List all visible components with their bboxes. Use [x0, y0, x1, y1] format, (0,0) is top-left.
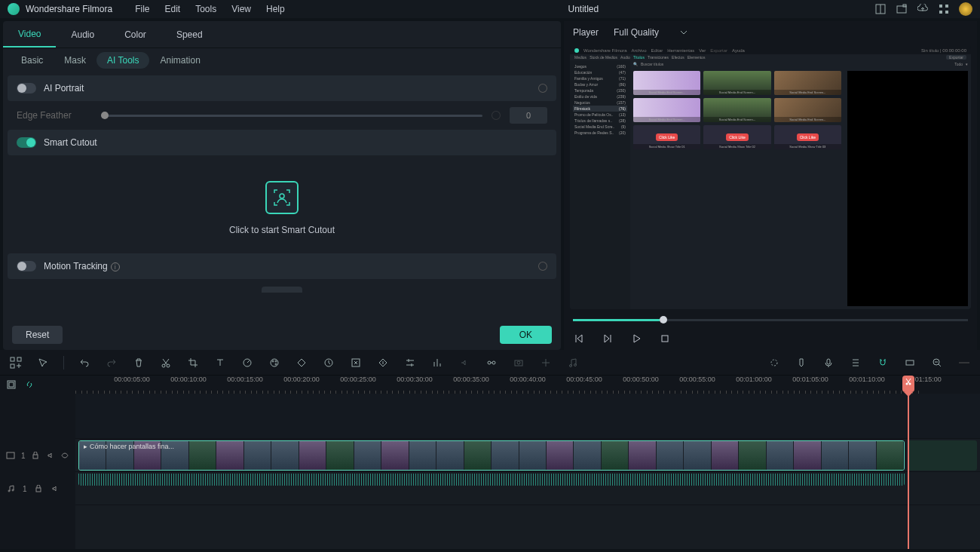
- ok-button[interactable]: OK: [500, 326, 552, 344]
- adjust-icon[interactable]: [403, 356, 417, 370]
- mute-icon[interactable]: [50, 483, 60, 494]
- redo-icon[interactable]: [105, 356, 118, 370]
- subtab-mask[interactable]: Mask: [54, 52, 96, 69]
- auto-reframe-icon[interactable]: [767, 356, 781, 370]
- svg-rect-5: [945, 5, 948, 8]
- edge-feather-label: Edge Feather: [17, 110, 92, 121]
- menu-view[interactable]: View: [224, 4, 259, 14]
- smart-cutout-toggle[interactable]: [17, 137, 36, 148]
- cloud-upload-icon[interactable]: [917, 3, 929, 15]
- video-clip-tail[interactable]: [908, 440, 977, 471]
- track-toggle-icon[interactable]: [6, 379, 17, 390]
- edge-feather-reset-icon[interactable]: [490, 109, 503, 122]
- mute-icon[interactable]: [46, 450, 54, 461]
- smart-cutout-icon: [265, 181, 299, 214]
- reset-button[interactable]: Reset: [12, 326, 63, 344]
- menu-file[interactable]: File: [127, 4, 157, 14]
- svg-point-23: [492, 361, 495, 364]
- tab-color[interactable]: Color: [109, 21, 161, 48]
- user-avatar[interactable]: [959, 2, 972, 16]
- ai-portrait-reset-icon[interactable]: [537, 82, 550, 95]
- split-icon[interactable]: [159, 356, 173, 370]
- playhead[interactable]: [908, 394, 909, 549]
- screenshot-icon[interactable]: [896, 3, 908, 15]
- menu-edit[interactable]: Edit: [158, 4, 188, 14]
- edge-feather-slider[interactable]: [101, 115, 482, 117]
- hide-icon[interactable]: [61, 450, 69, 461]
- motion-tracking-label: Motion Trackingi: [44, 261, 531, 271]
- svg-point-38: [12, 489, 14, 491]
- ai-portrait-row: AI Portrait: [8, 75, 556, 101]
- fit-icon[interactable]: [903, 356, 917, 370]
- svg-rect-39: [36, 488, 41, 492]
- svg-point-16: [271, 359, 278, 366]
- audio-track[interactable]: [75, 472, 980, 505]
- render-icon[interactable]: [376, 356, 390, 370]
- tab-speed[interactable]: Speed: [161, 21, 218, 48]
- step-forward-button[interactable]: [602, 333, 614, 345]
- video-clip[interactable]: ▸Cómo hacer pantallas fina...: [78, 440, 905, 471]
- document-title: Untitled: [292, 4, 874, 14]
- mic-icon[interactable]: [822, 356, 835, 370]
- smart-cutout-hint: Click to start Smart Cutout: [229, 225, 335, 235]
- marker-icon[interactable]: [322, 356, 335, 370]
- zoom-slider-icon[interactable]: [957, 356, 971, 370]
- color-icon[interactable]: [268, 356, 281, 370]
- tab-video[interactable]: Video: [3, 21, 56, 48]
- lock-icon[interactable]: [33, 483, 44, 494]
- quality-select[interactable]: Full Quality: [614, 27, 688, 38]
- speed-icon[interactable]: [240, 356, 254, 370]
- svg-point-19: [275, 363, 277, 365]
- video-track[interactable]: ▸Cómo hacer pantallas fina...: [75, 439, 980, 472]
- snapshot-icon[interactable]: [512, 356, 525, 370]
- crop-icon[interactable]: [186, 356, 200, 370]
- motion-tracking-reset-icon[interactable]: [537, 260, 550, 273]
- undo-icon[interactable]: [78, 356, 91, 370]
- audio-track-icon: [6, 483, 17, 494]
- lock-icon[interactable]: [32, 450, 40, 461]
- audio-mixer-icon[interactable]: [430, 356, 444, 370]
- smart-cutout-label: Smart Cutout: [44, 137, 547, 148]
- keyframe-icon[interactable]: [295, 356, 308, 370]
- link-icon[interactable]: [24, 379, 35, 390]
- prev-frame-button[interactable]: [573, 333, 585, 345]
- subtab-ai-tools[interactable]: AI Tools: [96, 52, 149, 69]
- text-icon[interactable]: [213, 356, 227, 370]
- ai-portrait-toggle[interactable]: [17, 83, 36, 94]
- layout-icon[interactable]: [874, 3, 887, 15]
- add-track-icon[interactable]: [9, 356, 23, 370]
- player-scrubber[interactable]: [564, 312, 977, 327]
- mixer-icon[interactable]: [849, 356, 862, 370]
- svg-point-28: [771, 360, 777, 366]
- video-track-icon: [6, 450, 15, 461]
- subtab-basic[interactable]: Basic: [11, 52, 54, 69]
- motion-tracking-toggle[interactable]: [17, 261, 36, 271]
- select-tool-icon[interactable]: [36, 356, 50, 370]
- smart-cutout-launcher[interactable]: Click to start Smart Cutout: [3, 158, 561, 250]
- info-icon[interactable]: i: [111, 262, 120, 271]
- timeline-ruler[interactable]: 00:00:05:0000:00:10:0000:00:15:0000:00:2…: [75, 376, 980, 394]
- inspector-primary-tabs: Video Audio Color Speed: [3, 21, 561, 48]
- subtab-animation[interactable]: Animation: [149, 52, 210, 69]
- voiceover-icon[interactable]: [458, 356, 471, 370]
- player-panel: Player Full Quality Wondershare Filmora …: [564, 21, 977, 350]
- detach-icon[interactable]: [349, 356, 363, 370]
- menu-help[interactable]: Help: [259, 4, 292, 14]
- edge-feather-value[interactable]: 0: [510, 107, 547, 124]
- app-logo: [8, 3, 20, 15]
- music-icon[interactable]: [566, 356, 580, 370]
- timeline-panel: 00:00:05:0000:00:10:0000:00:15:0000:00:2…: [0, 350, 980, 549]
- play-button[interactable]: [630, 333, 642, 345]
- stop-button[interactable]: [659, 333, 671, 345]
- preview-viewport[interactable]: Wondershare Filmora ArchivoEditarHerrami…: [570, 47, 971, 309]
- group-icon[interactable]: [485, 356, 498, 370]
- quality-value: Full Quality: [614, 27, 659, 38]
- apps-grid-icon[interactable]: [938, 3, 950, 15]
- marker-add-icon[interactable]: [795, 356, 808, 370]
- zoom-out-icon[interactable]: [930, 356, 944, 370]
- magnet-icon[interactable]: [876, 356, 890, 370]
- tab-audio[interactable]: Audio: [56, 21, 109, 48]
- delete-icon[interactable]: [132, 356, 145, 370]
- menu-tools[interactable]: Tools: [188, 4, 224, 14]
- effects-icon[interactable]: [539, 356, 553, 370]
